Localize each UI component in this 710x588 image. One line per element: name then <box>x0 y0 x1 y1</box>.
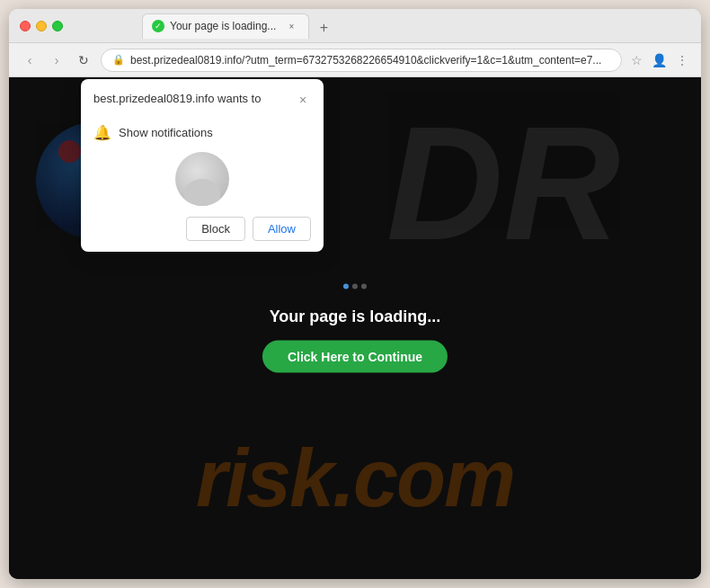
address-actions: ☆ 👤 ⋮ <box>629 51 690 69</box>
show-notifications-text: Show notifications <box>119 126 213 139</box>
tab-bar: Your page is loading... × + <box>70 13 690 39</box>
url-text: best.prizedeal0819.info/?utm_term=673275… <box>130 54 610 67</box>
address-bar-row: ‹ › ↻ 🔒 best.prizedeal0819.info/?utm_ter… <box>9 43 701 77</box>
watermark-logo: DR <box>377 95 647 275</box>
block-button[interactable]: Block <box>186 217 245 241</box>
tab-favicon <box>152 20 164 32</box>
title-bar: Your page is loading... × + <box>9 9 701 43</box>
tab-title: Your page is loading... <box>170 20 276 32</box>
notification-popup: best.prizedeal0819.info wants to × 🔔 Sho… <box>81 79 324 252</box>
loading-dot-2 <box>352 284 358 290</box>
lock-icon: 🔒 <box>112 54 125 66</box>
center-content: Your page is loading... Click Here to Co… <box>262 284 448 373</box>
close-window-button[interactable] <box>20 21 31 31</box>
maximize-window-button[interactable] <box>52 21 63 31</box>
minimize-window-button[interactable] <box>36 21 47 31</box>
continue-button[interactable]: Click Here to Continue <box>262 341 448 373</box>
browser-window: Your page is loading... × + ‹ › ↻ 🔒 best… <box>9 9 701 579</box>
menu-icon[interactable]: ⋮ <box>674 51 690 69</box>
popup-title: best.prizedeal0819.info wants to <box>93 92 261 105</box>
forward-button[interactable]: › <box>47 50 67 70</box>
popup-avatar-area <box>93 148 311 213</box>
new-tab-button[interactable]: + <box>313 17 334 39</box>
loading-text: Your page is loading... <box>270 307 441 326</box>
popup-header: best.prizedeal0819.info wants to × <box>93 92 311 108</box>
traffic-lights <box>20 21 63 31</box>
address-bar[interactable]: 🔒 best.prizedeal0819.info/?utm_term=6732… <box>101 49 622 72</box>
popup-notification-row: 🔔 Show notifications <box>93 117 311 148</box>
svg-text:DR: DR <box>386 95 620 273</box>
popup-close-button[interactable]: × <box>295 92 311 108</box>
loading-dot-3 <box>361 284 367 290</box>
account-icon[interactable]: 👤 <box>650 51 669 69</box>
loading-dots <box>343 284 367 290</box>
page-content: DR risk.com Your page is loading... Clic… <box>9 77 701 579</box>
bell-icon: 🔔 <box>93 124 111 141</box>
back-button[interactable]: ‹ <box>20 50 40 70</box>
popup-buttons: Block Allow <box>93 217 311 241</box>
bookmark-icon[interactable]: ☆ <box>629 51 644 69</box>
website-background: DR risk.com Your page is loading... Clic… <box>9 77 701 579</box>
tab-close-button[interactable]: × <box>285 20 297 32</box>
allow-button[interactable]: Allow <box>253 217 311 241</box>
watermark-text: risk.com <box>9 432 701 525</box>
popup-avatar <box>175 152 229 206</box>
loading-dot-1 <box>343 284 349 290</box>
browser-tab[interactable]: Your page is loading... × <box>142 13 309 39</box>
reload-button[interactable]: ↻ <box>74 50 93 70</box>
